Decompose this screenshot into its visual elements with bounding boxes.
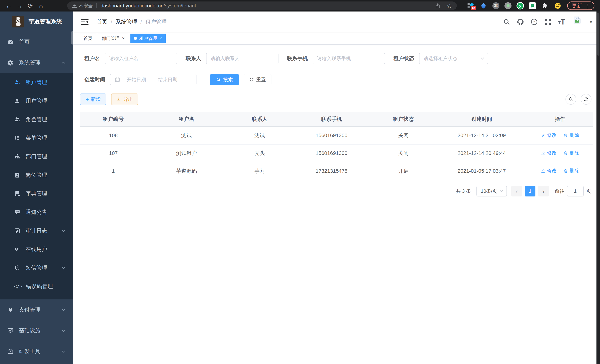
sidebar-item-devtools[interactable]: 研发工具	[0, 341, 73, 362]
delete-link[interactable]: 删除	[563, 168, 579, 174]
tenant-status-select[interactable]: 请选择租户状态	[419, 53, 488, 64]
add-button[interactable]: + 新增	[80, 93, 106, 105]
contact-label: 联系人	[186, 55, 201, 62]
cell-tenant-name: 测试	[147, 127, 226, 144]
bookmark-star-icon[interactable]: ☆	[447, 2, 452, 9]
tenant-table: 租户编号 租户名 联系人 联系手机 租户状态 创建时间 操作 108 测试 测试	[80, 112, 593, 180]
app-logo-row[interactable]: 芋道管理系统	[0, 11, 73, 32]
browser-menu-icon[interactable]: ⋮	[585, 2, 591, 9]
edit-link[interactable]: 修改	[541, 168, 557, 174]
top-header: 首页 / 系统管理 / 租户管理 ? TT ▾	[73, 11, 600, 32]
create-time-range-picker[interactable]: -	[110, 74, 197, 85]
breadcrumb-system[interactable]: 系统管理	[116, 18, 137, 26]
search-icon[interactable]	[503, 18, 510, 26]
window-scrollbar[interactable]	[597, 11, 600, 364]
col-created: 创建时间	[437, 112, 526, 127]
search-button[interactable]: 搜索	[210, 74, 239, 85]
date-separator: -	[151, 77, 153, 83]
tab-home[interactable]: 首页	[80, 34, 96, 43]
extension-chat-icon[interactable]	[529, 2, 536, 9]
sidebar-item-menu[interactable]: 菜单管理	[0, 129, 73, 147]
audit-log-icon	[14, 228, 20, 234]
tab-tenant[interactable]: 租户管理 ×	[131, 34, 166, 43]
cell-status: 关闭	[370, 127, 437, 144]
browser-forward-icon[interactable]: →	[14, 2, 25, 9]
edit-icon	[541, 168, 545, 173]
close-icon[interactable]: ×	[159, 36, 162, 41]
delete-link[interactable]: 删除	[563, 132, 579, 138]
total-count: 共 3 条	[456, 188, 471, 195]
address-bar[interactable]: 不安全 dashboard.yudao.iocoder.cn/system/te…	[67, 1, 457, 10]
tab-dept[interactable]: 部门管理 ×	[98, 34, 128, 43]
extension-y-icon[interactable]: y	[516, 2, 524, 9]
browser-home-icon[interactable]: ⌂	[36, 2, 46, 9]
browser-update-button[interactable]: 更新 ⋮	[567, 1, 594, 10]
next-page-button[interactable]: ›	[538, 186, 549, 196]
sidebar-item-dict[interactable]: 字典管理	[0, 184, 73, 203]
cell-created: 2021-12-14 21:02:09	[437, 127, 526, 144]
sidebar-item-post[interactable]: 岗位管理	[0, 166, 73, 184]
phone-input[interactable]	[313, 53, 385, 64]
sidebar-item-dept[interactable]: 部门管理	[0, 147, 73, 166]
extension-puzzle-icon[interactable]	[541, 2, 549, 10]
extension-command-icon[interactable]: ⌘	[492, 2, 499, 9]
export-button[interactable]: 导出	[111, 93, 138, 105]
sidebar-item-role[interactable]: 角色管理	[0, 110, 73, 129]
extension-tabs-icon[interactable]: 10	[467, 2, 475, 10]
refresh-icon	[249, 77, 254, 82]
share-icon[interactable]	[435, 3, 441, 9]
sidebar-item-system[interactable]: 系统管理	[0, 52, 73, 73]
goto-page-input[interactable]	[567, 186, 584, 196]
start-date-input[interactable]	[122, 77, 151, 83]
sidebar-item-tenant[interactable]: 租户管理	[0, 73, 73, 92]
sidebar-item-audit-log[interactable]: 审计日志	[0, 222, 73, 240]
edit-link[interactable]: 修改	[541, 150, 557, 156]
sidebar-item-online-user[interactable]: 在线用户	[0, 240, 73, 259]
page-size-select[interactable]: 10条/页	[477, 186, 507, 196]
error-code-icon: </>	[14, 284, 21, 289]
chevron-down-icon	[62, 307, 65, 311]
sidebar-item-infra[interactable]: 基础设施	[0, 320, 73, 341]
sidebar-fold-icon[interactable]	[81, 19, 88, 25]
edit-link[interactable]: 修改	[541, 132, 557, 138]
edit-icon	[541, 151, 545, 156]
delete-link[interactable]: 删除	[563, 150, 579, 156]
extension-record-icon[interactable]	[505, 2, 512, 9]
end-date-input[interactable]	[153, 77, 183, 83]
extension-emoji-icon[interactable]	[554, 2, 562, 10]
sidebar-item-error-code[interactable]: </> 错误码管理	[0, 277, 73, 296]
browser-reload-icon[interactable]: ⟳	[25, 2, 36, 9]
toggle-search-button[interactable]	[565, 94, 576, 105]
contact-input[interactable]	[206, 53, 279, 64]
font-size-icon[interactable]: TT	[558, 19, 565, 25]
browser-back-icon[interactable]: ←	[3, 2, 14, 9]
sidebar-item-sms[interactable]: 短信管理	[0, 259, 73, 277]
current-page-button[interactable]: 1	[525, 186, 535, 196]
close-icon[interactable]: ×	[122, 36, 125, 41]
status-label: 租户状态	[394, 55, 414, 62]
address-divider	[96, 3, 97, 8]
avatar[interactable]	[572, 15, 586, 29]
extension-kite-icon[interactable]	[480, 2, 488, 10]
prev-page-button[interactable]: ‹	[511, 186, 522, 196]
sidebar-item-notice[interactable]: 通知公告	[0, 203, 73, 222]
sidebar-item-user[interactable]: 用户管理	[0, 92, 73, 110]
refresh-table-button[interactable]	[581, 94, 591, 105]
extensions-row: 10 ⌘ y	[467, 2, 562, 10]
github-icon[interactable]	[517, 18, 524, 26]
help-icon[interactable]: ?	[530, 18, 538, 26]
scrollbar-thumb[interactable]	[597, 13, 600, 56]
sidebar-scrollbar[interactable]	[71, 31, 73, 45]
tenant-name-input[interactable]	[105, 53, 177, 64]
sidebar-item-pay[interactable]: ¥ 支付管理	[0, 299, 73, 320]
reset-button[interactable]: 重置	[244, 74, 272, 85]
avatar-caret-icon[interactable]: ▾	[590, 19, 592, 25]
security-label[interactable]: 不安全	[79, 3, 93, 9]
fullscreen-icon[interactable]	[544, 18, 552, 26]
breadcrumb-home[interactable]: 首页	[97, 18, 107, 26]
infrastructure-icon	[7, 327, 14, 334]
url-path[interactable]: /system/tenant	[163, 3, 196, 9]
sidebar-item-home[interactable]: 首页	[0, 32, 73, 52]
url-host[interactable]: dashboard.yudao.iocoder.cn	[101, 3, 163, 9]
cell-created: 2021-01-05 17:03:47	[437, 162, 526, 180]
